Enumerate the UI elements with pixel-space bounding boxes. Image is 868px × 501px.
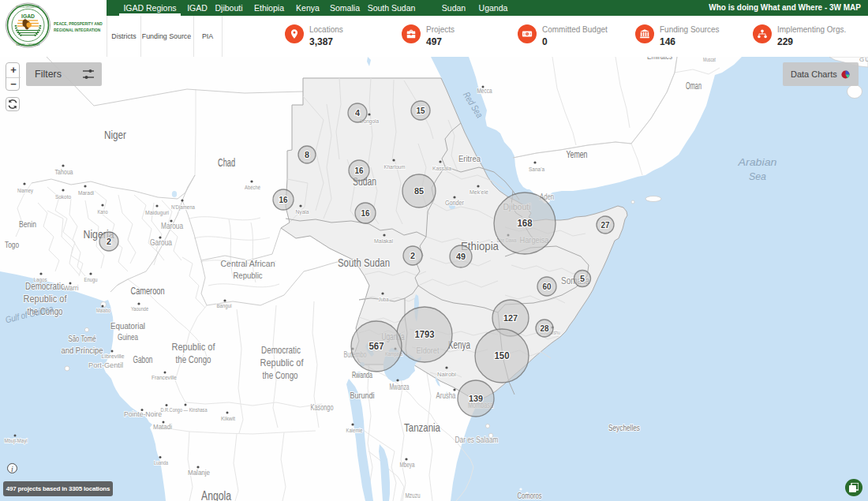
svg-text:Togo: Togo xyxy=(5,240,19,249)
svg-text:Libreville: Libreville xyxy=(102,353,125,359)
svg-text:Kikwit: Kikwit xyxy=(221,416,235,421)
svg-text:Niamey: Niamey xyxy=(17,187,33,194)
svg-text:South Sudan: South Sudan xyxy=(338,256,390,269)
svg-text:DEVELOPMENT: DEVELOPMENT xyxy=(17,43,40,47)
svg-text:Oman: Oman xyxy=(686,80,702,92)
svg-text:Bangui: Bangui xyxy=(217,302,232,309)
svg-text:Kalemie: Kalemie xyxy=(346,428,363,433)
svg-text:Nyala: Nyala xyxy=(296,208,309,215)
svg-text:Comoros: Comoros xyxy=(518,491,542,500)
svg-text:Seychelles: Seychelles xyxy=(608,424,640,432)
svg-text:Mzuzu: Mzuzu xyxy=(406,492,421,499)
svg-text:60: 60 xyxy=(543,282,552,291)
svg-text:IGAD: IGAD xyxy=(21,13,35,19)
svg-text:27: 27 xyxy=(601,220,610,230)
svg-text:Matadi: Matadi xyxy=(153,422,172,431)
svg-text:GUJA: GUJA xyxy=(859,57,868,63)
svg-text:Yemen: Yemen xyxy=(567,148,588,160)
svg-text:Nairobi: Nairobi xyxy=(437,371,456,378)
svg-text:Malanje: Malanje xyxy=(188,468,210,477)
svg-text:8: 8 xyxy=(305,150,309,159)
svg-text:85: 85 xyxy=(414,186,425,196)
svg-text:Republic of: Republic of xyxy=(172,342,215,353)
svg-text:INTERGOVERNMENTAL: INTERGOVERNMENTAL xyxy=(17,6,40,9)
svg-text:Kano: Kano xyxy=(98,208,108,215)
svg-text:Mbuji-Mayi: Mbuji-Mayi xyxy=(5,438,28,444)
svg-text:Tahoua: Tahoua xyxy=(55,168,73,176)
svg-text:Franceville: Franceville xyxy=(152,375,177,380)
svg-text:Warri: Warri xyxy=(64,284,79,292)
svg-text:Kasongo: Kasongo xyxy=(311,403,334,412)
svg-text:Gonder: Gonder xyxy=(445,198,464,207)
svg-text:Democratic: Democratic xyxy=(261,345,301,356)
svg-text:Sea: Sea xyxy=(749,170,766,182)
svg-text:168: 168 xyxy=(518,218,533,229)
svg-text:Burundi: Burundi xyxy=(350,391,375,400)
svg-text:Eritrea: Eritrea xyxy=(458,155,481,163)
svg-text:Maroua: Maroua xyxy=(161,221,184,230)
svg-text:16: 16 xyxy=(361,208,370,218)
svg-text:Niger: Niger xyxy=(104,129,126,141)
svg-text:Equatorial: Equatorial xyxy=(110,321,145,331)
svg-text:Sana'a: Sana'a xyxy=(529,166,544,173)
svg-text:Angola: Angola xyxy=(201,489,231,501)
svg-text:28: 28 xyxy=(541,323,549,333)
svg-text:Abéché: Abéché xyxy=(245,184,260,191)
svg-text:Mek'elé: Mek'elé xyxy=(470,189,488,196)
svg-text:Sokoto: Sokoto xyxy=(55,193,71,200)
svg-text:Tanzania: Tanzania xyxy=(404,421,441,434)
svg-text:the Congo: the Congo xyxy=(176,354,211,365)
svg-text:Mwanza: Mwanza xyxy=(390,383,410,391)
svg-text:567: 567 xyxy=(369,341,384,352)
svg-text:15: 15 xyxy=(417,106,425,115)
svg-text:Republic of: Republic of xyxy=(24,293,67,305)
svg-text:Pointe-Noire: Pointe-Noire xyxy=(124,409,162,418)
svg-text:Central African: Central African xyxy=(221,259,275,268)
svg-text:Rwanda: Rwanda xyxy=(352,370,373,379)
svg-text:Cameroon: Cameroon xyxy=(131,285,165,297)
svg-text:Guinea: Guinea xyxy=(118,332,139,342)
svg-text:16: 16 xyxy=(355,166,364,175)
svg-text:and Príncipe: and Príncipe xyxy=(62,346,103,355)
svg-text:N'Djamena: N'Djamena xyxy=(171,204,195,211)
svg-text:Mbeya: Mbeya xyxy=(400,461,415,469)
svg-text:Chad: Chad xyxy=(218,156,235,169)
svg-text:Yaoundé: Yaoundé xyxy=(131,305,148,312)
svg-text:Gabon: Gabon xyxy=(133,354,153,365)
svg-text:Emirates: Emirates xyxy=(647,57,672,61)
svg-text:Luanda: Luanda xyxy=(154,460,168,465)
svg-text:São Tomé: São Tomé xyxy=(69,334,96,343)
svg-text:2: 2 xyxy=(410,251,415,260)
svg-text:150: 150 xyxy=(495,350,510,361)
svg-text:Port-Gentil: Port-Gentil xyxy=(88,361,123,369)
svg-text:the Congo: the Congo xyxy=(263,370,298,381)
svg-text:Mecca: Mecca xyxy=(477,87,492,95)
svg-text:2: 2 xyxy=(107,237,111,246)
svg-text:Juba: Juba xyxy=(379,296,389,303)
svg-text:Arusha: Arusha xyxy=(436,391,456,400)
svg-text:Muscat: Muscat xyxy=(703,57,716,62)
svg-text:Maradi: Maradi xyxy=(78,189,94,196)
svg-text:D.R.Congo — Kinshasa: D.R.Congo — Kinshasa xyxy=(161,407,208,413)
svg-text:Enugu: Enugu xyxy=(84,276,98,283)
svg-text:Republic of: Republic of xyxy=(260,357,304,368)
svg-text:Kassala: Kassala xyxy=(432,165,451,172)
svg-text:Arabian: Arabian xyxy=(737,156,776,168)
svg-text:Dar es Salaam: Dar es Salaam xyxy=(455,436,499,444)
svg-text:Garoua: Garoua xyxy=(150,237,173,247)
svg-text:Malakal: Malakal xyxy=(374,237,393,245)
svg-text:Republic: Republic xyxy=(234,271,263,280)
svg-text:Khartoum: Khartoum xyxy=(384,163,406,170)
svg-text:1793: 1793 xyxy=(415,329,435,340)
svg-text:16: 16 xyxy=(279,195,288,204)
svg-text:Lagos: Lagos xyxy=(34,276,47,283)
svg-text:139: 139 xyxy=(469,394,483,403)
svg-text:127: 127 xyxy=(503,313,518,323)
svg-text:Malabo: Malabo xyxy=(96,308,110,313)
svg-text:49: 49 xyxy=(456,252,466,261)
svg-text:4: 4 xyxy=(355,108,361,118)
svg-text:Maiduguri: Maiduguri xyxy=(145,209,169,216)
svg-text:Benin: Benin xyxy=(19,219,36,229)
svg-text:5: 5 xyxy=(580,274,585,283)
